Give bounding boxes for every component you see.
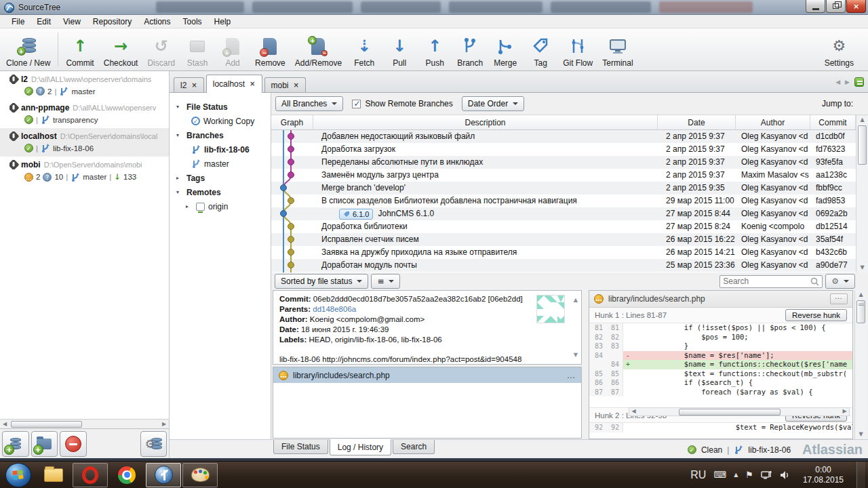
diff-options-button[interactable]: …: [830, 293, 848, 304]
tab-localhost[interactable]: localhost ×: [206, 75, 262, 93]
menu-help[interactable]: Help: [208, 16, 237, 28]
keyboard-icon[interactable]: ⌨: [713, 470, 726, 480]
branch-filter-dropdown[interactable]: All Branches: [275, 96, 343, 111]
push-button[interactable]: ↑ Push: [417, 30, 452, 69]
tree-remotes[interactable]: ▾ Remotes: [170, 185, 271, 199]
scroll-up-icon[interactable]: ▲: [855, 290, 867, 300]
column-header-commit[interactable]: Commit: [810, 115, 856, 129]
search-options-dropdown[interactable]: ⚙: [825, 274, 855, 289]
tab-scroll-right-icon[interactable]: ▶: [845, 79, 850, 85]
fetch-button[interactable]: ⇣ Fetch: [347, 30, 382, 69]
branch-button[interactable]: Branch: [452, 30, 488, 69]
scroll-thumb[interactable]: [11, 421, 82, 428]
commit-row[interactable]: Добавлен недостающий языковый файл2 апр …: [271, 130, 856, 143]
file-row-selected[interactable]: … library/includes/search.php …: [273, 367, 581, 383]
scroll-thumb[interactable]: [679, 409, 781, 415]
checkout-button[interactable]: → Checkout: [99, 30, 143, 69]
tab-scroll-left-icon[interactable]: ◀: [835, 79, 840, 85]
expander-icon[interactable]: ▾: [176, 132, 183, 138]
tree-branch-lib-fix-18-06[interactable]: lib-fix-18-06: [170, 142, 271, 157]
network-icon[interactable]: [761, 470, 772, 480]
expander-icon[interactable]: ▾: [176, 104, 183, 110]
menu-view[interactable]: View: [57, 16, 87, 28]
new-tab-icon[interactable]: [854, 77, 864, 87]
scroll-up-icon[interactable]: ▲: [856, 115, 868, 125]
close-tab-icon[interactable]: ×: [191, 82, 197, 89]
commit-row[interactable]: Merge branch 'develop'2 апр 2015 9:35Ole…: [271, 182, 856, 195]
reverse-hunk-button[interactable]: Reverse hunk: [785, 309, 847, 321]
clock[interactable]: 0:00 17.08.2015: [797, 465, 849, 485]
order-dropdown[interactable]: Date Order: [462, 96, 524, 111]
panel-scroll-up-icon[interactable]: ▲: [574, 295, 578, 305]
log-vscrollbar[interactable]: ▲ ▼: [856, 115, 868, 272]
scroll-left-icon[interactable]: ◀: [629, 407, 638, 417]
view-options-dropdown[interactable]: ≡: [371, 274, 400, 289]
merge-button[interactable]: Merge: [488, 30, 523, 69]
scroll-left-icon[interactable]: ◀: [0, 420, 9, 429]
scroll-down-icon[interactable]: ▼: [856, 263, 868, 272]
tab-l2[interactable]: l2 ×: [174, 77, 204, 92]
git-flow-button[interactable]: Git Flow: [558, 30, 597, 69]
taskbar-chrome-icon[interactable]: [109, 463, 144, 487]
tab-file-status[interactable]: File Status: [273, 440, 328, 454]
close-tab-icon[interactable]: ×: [294, 82, 299, 89]
tree-branch-master[interactable]: master: [170, 157, 271, 171]
bookmark-repo-l2[interactable]: l2 D:\all\ALL\www\openserver\domains ✓ ?…: [0, 71, 169, 100]
commit-row[interactable]: Заменён модуль загруз центра2 апр 2015 9…: [271, 169, 856, 182]
show-hidden-icons[interactable]: ▲: [734, 472, 738, 478]
scroll-right-icon[interactable]: ▶: [159, 420, 169, 429]
search-input[interactable]: [723, 277, 810, 286]
menu-file[interactable]: File: [5, 16, 31, 28]
commit-button[interactable]: ↑ Commit: [61, 30, 98, 69]
column-header-description[interactable]: Description: [313, 115, 658, 129]
panel-scroll-down-icon[interactable]: ▼: [574, 350, 578, 360]
bookmarks-hscrollbar[interactable]: ◀ ▶: [0, 419, 170, 428]
checkbox-checked-icon[interactable]: [352, 100, 361, 108]
taskbar-opera-icon[interactable]: [73, 463, 108, 487]
menu-actions[interactable]: Actions: [138, 16, 176, 28]
minimize-button[interactable]: [806, 0, 825, 13]
expander-icon[interactable]: ▸: [186, 203, 193, 209]
sort-dropdown[interactable]: Sorted by file status: [275, 274, 368, 289]
column-header-author[interactable]: Author: [736, 115, 810, 129]
commit-row-tagged[interactable]: 6.1.0JohnCMS 6.1.027 мар 2015 8:44Oleg K…: [271, 207, 856, 220]
diff-hscrollbar[interactable]: ◀ ▶: [629, 407, 850, 416]
add-repository-button[interactable]: +: [2, 431, 29, 457]
commit-row[interactable]: В список разделов Библиотеки добавлена п…: [271, 195, 856, 207]
commit-row[interactable]: Доработка загрузок2 апр 2015 9:37Oleg Ka…: [271, 143, 856, 156]
settings-button[interactable]: ⚙ Settings: [820, 30, 859, 69]
menu-repository[interactable]: Repository: [87, 16, 138, 28]
taskbar-explorer-icon[interactable]: [36, 463, 71, 487]
tab-log-history[interactable]: Log / History: [330, 439, 391, 455]
expander-icon[interactable]: ▾: [176, 189, 183, 195]
parent-commit-link[interactable]: dd148e806a: [313, 305, 356, 313]
taskbar-paint-icon[interactable]: [182, 463, 218, 487]
action-center-flag-icon[interactable]: ⚑: [745, 470, 753, 480]
restore-button[interactable]: [826, 0, 846, 13]
tree-working-copy[interactable]: ✓ Working Copy: [170, 114, 271, 128]
close-tab-icon[interactable]: ×: [250, 81, 255, 87]
pull-button[interactable]: ↓ Pull: [382, 30, 417, 69]
tag-button[interactable]: Tag: [523, 30, 558, 69]
column-header-graph[interactable]: Graph: [271, 115, 313, 129]
clone-new-button[interactable]: + Clone / New: [1, 30, 55, 69]
show-remote-branches-checkbox[interactable]: Show Remote Branches: [352, 99, 452, 108]
tree-remote-origin[interactable]: ▸ origin: [170, 199, 271, 214]
bookmark-repo-localhost[interactable]: localhost D:\OpenServer\domains\local ✓ …: [0, 128, 169, 157]
bookmark-repo-mobi[interactable]: mobi D:\OpenServer\domains\mobi … 2 ? 10…: [0, 157, 169, 186]
scroll-thumb[interactable]: [858, 125, 867, 165]
commit-row[interactable]: Доработан модуль почты25 мар 2015 23:36O…: [271, 259, 856, 272]
language-indicator[interactable]: RU: [690, 469, 706, 481]
start-button[interactable]: [5, 463, 31, 487]
bookmark-settings-button[interactable]: ⚙: [140, 431, 167, 457]
show-desktop-button[interactable]: [856, 462, 865, 488]
tab-mobi[interactable]: mobi ×: [264, 77, 306, 92]
tree-tags[interactable]: ▸ Tags: [170, 171, 271, 185]
close-button[interactable]: ×: [846, 0, 866, 13]
tree-file-status[interactable]: ▾ File Status: [170, 100, 271, 114]
tree-branches[interactable]: ▾ Branches: [170, 128, 271, 142]
remove-button[interactable]: − Remove: [250, 30, 290, 69]
add-remove-button[interactable]: + − Add/Remove: [290, 30, 347, 69]
bookmark-repo-ann-ppmage[interactable]: ann-ppmage D:\all\ALL\www\openserv ✓ | t…: [0, 100, 169, 128]
tab-search[interactable]: Search: [393, 440, 435, 454]
